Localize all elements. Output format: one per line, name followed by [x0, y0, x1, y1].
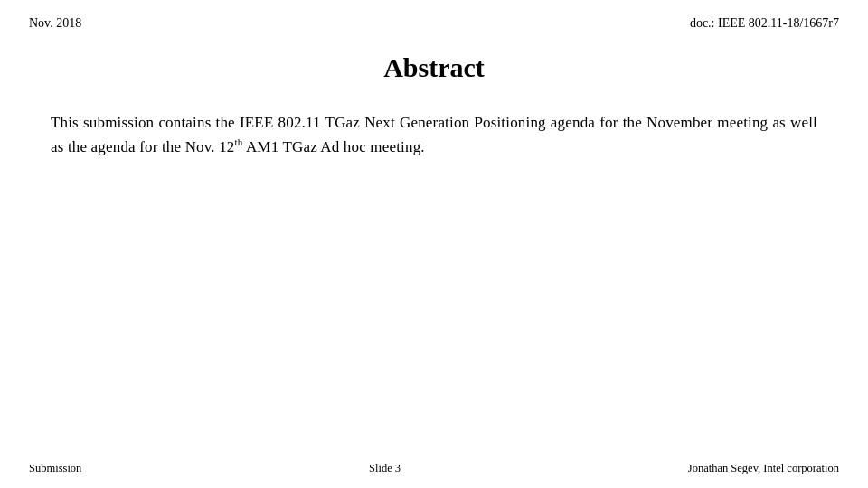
footer-submission: Submission: [29, 462, 81, 475]
footer-slide-number: Slide 3: [369, 462, 401, 475]
body-text-before-super: This submission contains the IEEE 802.11…: [51, 114, 817, 155]
slide-header: Nov. 2018 doc.: IEEE 802.11-18/1667r7: [0, 0, 868, 31]
header-doc-id: doc.: IEEE 802.11-18/1667r7: [690, 16, 839, 31]
slide-footer: Submission Slide 3 Jonathan Segev, Intel…: [0, 462, 868, 475]
footer-author: Jonathan Segev, Intel corporation: [688, 462, 839, 475]
content-section: This submission contains the IEEE 802.11…: [0, 110, 868, 159]
header-date: Nov. 2018: [29, 16, 81, 31]
body-text-after-super: AM1 TGaz Ad hoc meeting.: [242, 138, 424, 155]
body-paragraph: This submission contains the IEEE 802.11…: [51, 110, 817, 159]
title-section: Abstract: [0, 52, 868, 83]
slide: Nov. 2018 doc.: IEEE 802.11-18/1667r7 Ab…: [0, 0, 868, 488]
slide-title: Abstract: [383, 52, 485, 82]
